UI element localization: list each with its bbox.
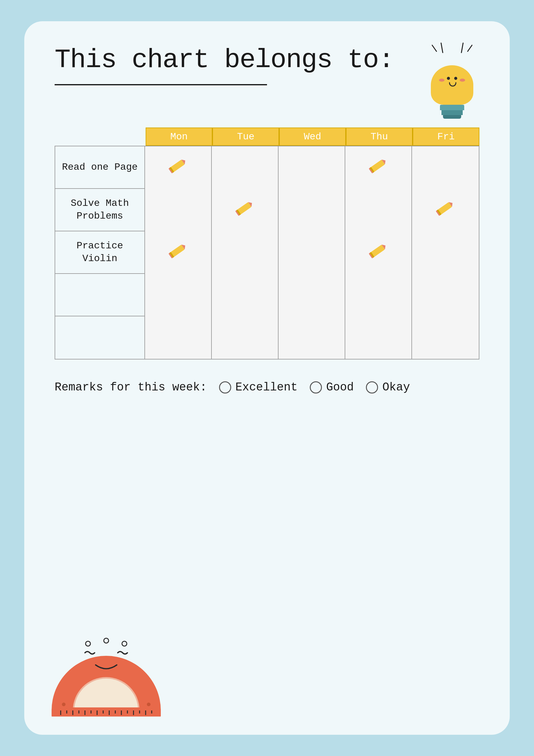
row-label-0: Read one Page xyxy=(55,146,144,189)
bulb-eyes xyxy=(442,77,463,80)
name-underline xyxy=(55,84,267,85)
bulb-eye-left xyxy=(447,77,450,80)
grid-cell-r2-c2[interactable] xyxy=(279,231,345,274)
grid-cell-r1-c2[interactable] xyxy=(279,189,345,231)
grid-cell-r1-c0[interactable] xyxy=(145,189,212,231)
grid-cell-r4-c0[interactable] xyxy=(145,316,212,359)
title-section: This chart belongs to: xyxy=(55,45,425,85)
blush-left xyxy=(439,79,445,82)
svg-marker-8 xyxy=(385,159,388,161)
grid-row-4 xyxy=(145,316,479,359)
day-header-thu: Thu xyxy=(346,127,413,146)
svg-rect-36 xyxy=(52,707,161,716)
day-header-mon: Mon xyxy=(146,127,213,146)
svg-point-54 xyxy=(104,638,109,643)
svg-point-56 xyxy=(62,703,65,706)
grid-row-3 xyxy=(145,274,479,316)
lightbulb-icon xyxy=(425,42,479,119)
okay-label: Okay xyxy=(382,381,410,394)
bulb-eye-right xyxy=(454,77,457,80)
grid-cell-r1-c3[interactable] xyxy=(345,189,412,231)
grid-cell-r3-c0[interactable] xyxy=(145,274,212,316)
bulb-face xyxy=(442,77,463,87)
grid-row-1 xyxy=(145,189,479,231)
grid-cell-r2-c1[interactable] xyxy=(212,231,279,274)
grid-cell-r0-c3[interactable] xyxy=(345,146,412,189)
bulb-base-3 xyxy=(443,115,461,119)
remarks-section: Remarks for this week: Excellent Good Ok… xyxy=(55,381,479,394)
grid-cell-r2-c4[interactable] xyxy=(412,231,479,274)
svg-point-53 xyxy=(86,641,90,646)
grid-cell-r4-c1[interactable] xyxy=(212,316,279,359)
grid-cell-r4-c4[interactable] xyxy=(412,316,479,359)
table-body: Read one PageSolve MathProblemsPracticeV… xyxy=(55,146,479,360)
svg-point-57 xyxy=(147,703,150,706)
grid-cell-r0-c0[interactable] xyxy=(145,146,212,189)
good-label: Good xyxy=(326,381,354,394)
grid-area xyxy=(145,146,479,360)
good-radio[interactable] xyxy=(310,381,322,393)
protractor-decoration xyxy=(42,626,170,716)
excellent-radio[interactable] xyxy=(219,381,231,393)
remark-okay[interactable]: Okay xyxy=(366,381,410,394)
blush-right xyxy=(460,79,465,82)
page-title: This chart belongs to: xyxy=(55,45,425,75)
grid-cell-r1-c1[interactable] xyxy=(212,189,279,231)
grid-cell-r0-c2[interactable] xyxy=(279,146,345,189)
bulb-body xyxy=(431,65,473,105)
bulb-mouth xyxy=(449,82,456,87)
day-header-fri: Fri xyxy=(413,127,479,146)
lightbulb-decoration xyxy=(425,42,479,103)
day-header-tue: Tue xyxy=(213,127,279,146)
grid-cell-r2-c3[interactable] xyxy=(345,231,412,274)
row-labels: Read one PageSolve MathProblemsPracticeV… xyxy=(55,146,145,360)
main-content: MonTueWedThuFri Read one PageSolve MathP… xyxy=(55,127,479,711)
row-label-2: PracticeViolin xyxy=(55,231,144,274)
svg-marker-20 xyxy=(452,202,454,203)
bulb-base xyxy=(440,105,464,110)
svg-marker-32 xyxy=(385,244,388,246)
grid-cell-r3-c2[interactable] xyxy=(279,274,345,316)
remark-good[interactable]: Good xyxy=(310,381,354,394)
svg-marker-26 xyxy=(185,244,187,246)
day-headers: MonTueWedThuFri xyxy=(146,127,479,146)
grid-cell-r4-c3[interactable] xyxy=(345,316,412,359)
ray-icon xyxy=(441,42,443,53)
remarks-label: Remarks for this week: xyxy=(55,381,207,394)
grid-cell-r2-c0[interactable] xyxy=(145,231,212,274)
header-section: This chart belongs to: xyxy=(55,45,479,103)
protractor-svg xyxy=(42,626,170,716)
grid-cell-r3-c3[interactable] xyxy=(345,274,412,316)
row-label-1: Solve MathProblems xyxy=(55,189,144,231)
svg-marker-14 xyxy=(252,202,254,203)
row-label-3 xyxy=(55,274,144,316)
remark-excellent[interactable]: Excellent xyxy=(219,381,298,394)
grid-cell-r4-c2[interactable] xyxy=(279,316,345,359)
ray-icon xyxy=(461,42,464,53)
svg-marker-2 xyxy=(185,159,187,161)
ray-icon xyxy=(467,45,473,52)
grid-row-0 xyxy=(145,146,479,189)
grid-cell-r0-c4[interactable] xyxy=(412,146,479,189)
chart-area: MonTueWedThuFri Read one PageSolve MathP… xyxy=(55,127,479,360)
excellent-label: Excellent xyxy=(236,381,298,394)
row-label-4 xyxy=(55,316,144,359)
grid-cell-r3-c1[interactable] xyxy=(212,274,279,316)
bulb-base-2 xyxy=(442,110,463,115)
okay-radio[interactable] xyxy=(366,381,378,393)
grid-cell-r0-c1[interactable] xyxy=(212,146,279,189)
grid-cell-r3-c4[interactable] xyxy=(412,274,479,316)
day-header-wed: Wed xyxy=(279,127,346,146)
grid-row-2 xyxy=(145,231,479,274)
svg-point-55 xyxy=(122,641,127,646)
grid-cell-r1-c4[interactable] xyxy=(412,189,479,231)
ray-icon xyxy=(431,45,437,52)
main-card: This chart belongs to: xyxy=(24,21,510,735)
